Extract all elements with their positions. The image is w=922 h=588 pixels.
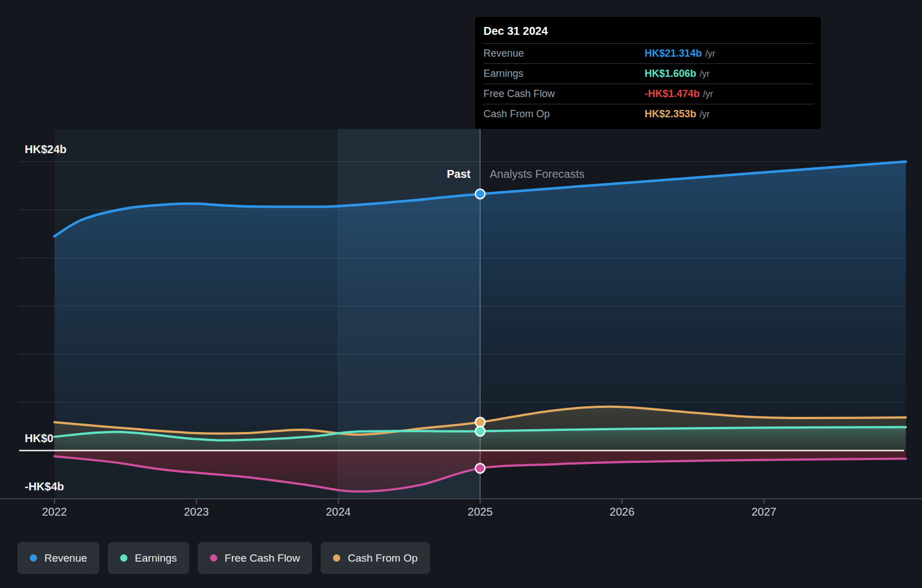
x-axis-label: 2025	[468, 506, 493, 518]
cash-from-op-dot-icon	[333, 554, 340, 562]
legend-item-free-cash-flow[interactable]: Free Cash Flow	[198, 542, 312, 574]
tooltip-unit: /yr	[700, 109, 710, 120]
x-axis-label: 2024	[326, 506, 351, 518]
tooltip-row-cash-from-op: Cash From Op HK$2.353b /yr	[483, 104, 814, 124]
earnings-revenue-chart-page: 202220232024202520262027HK$24bHK$0-HK$4b…	[0, 0, 922, 588]
legend-label: Cash From Op	[348, 552, 418, 564]
x-axis-label: 2022	[42, 506, 67, 518]
tooltip-label: Cash From Op	[483, 108, 645, 120]
legend-item-revenue[interactable]: Revenue	[17, 542, 99, 574]
tooltip-unit: /yr	[700, 69, 710, 79]
revenue-marker[interactable]	[476, 189, 485, 199]
x-axis-label: 2023	[184, 506, 209, 518]
legend-label: Earnings	[135, 552, 177, 564]
legend-label: Free Cash Flow	[225, 552, 300, 564]
tooltip-unit: /yr	[705, 49, 715, 59]
analysts-forecasts-label: Analysts Forecasts	[490, 168, 585, 181]
earnings-dot-icon	[120, 554, 127, 562]
tooltip-label: Earnings	[483, 68, 645, 80]
legend-item-cash-from-op[interactable]: Cash From Op	[321, 542, 430, 574]
tooltip-value: HK$1.606b	[645, 68, 696, 80]
tooltip-row-earnings: Earnings HK$1.606b /yr	[483, 63, 814, 84]
y-axis-label: HK$24b	[25, 143, 66, 155]
past-label: Past	[371, 168, 471, 181]
tooltip-row-revenue: Revenue HK$21.314b /yr	[483, 43, 814, 63]
earnings-marker[interactable]	[476, 426, 485, 436]
y-axis-label: -HK$4b	[25, 480, 64, 493]
tooltip-label: Revenue	[483, 48, 645, 59]
fcf-marker[interactable]	[476, 463, 485, 473]
tooltip-value: HK$21.314b	[645, 48, 702, 59]
revenue-dot-icon	[30, 554, 37, 562]
tooltip-row-free-cash-flow: Free Cash Flow -HK$1.474b /yr	[483, 84, 814, 104]
x-axis-label: 2026	[610, 506, 635, 518]
chart-legend: Revenue Earnings Free Cash Flow Cash Fro…	[17, 542, 430, 574]
tooltip-value: -HK$1.474b	[645, 88, 700, 100]
cashop-marker[interactable]	[476, 417, 485, 427]
tooltip-label: Free Cash Flow	[483, 88, 645, 100]
y-axis-label: HK$0	[25, 432, 53, 444]
legend-item-earnings[interactable]: Earnings	[108, 542, 189, 574]
x-axis-label: 2027	[751, 506, 777, 518]
legend-label: Revenue	[44, 552, 87, 564]
tooltip-unit: /yr	[703, 89, 713, 99]
chart-tooltip: Dec 31 2024 Revenue HK$21.314b /yr Earni…	[475, 17, 821, 129]
free-cash-flow-dot-icon	[210, 554, 217, 562]
tooltip-value: HK$2.353b	[645, 108, 696, 120]
tooltip-date: Dec 31 2024	[475, 17, 821, 43]
